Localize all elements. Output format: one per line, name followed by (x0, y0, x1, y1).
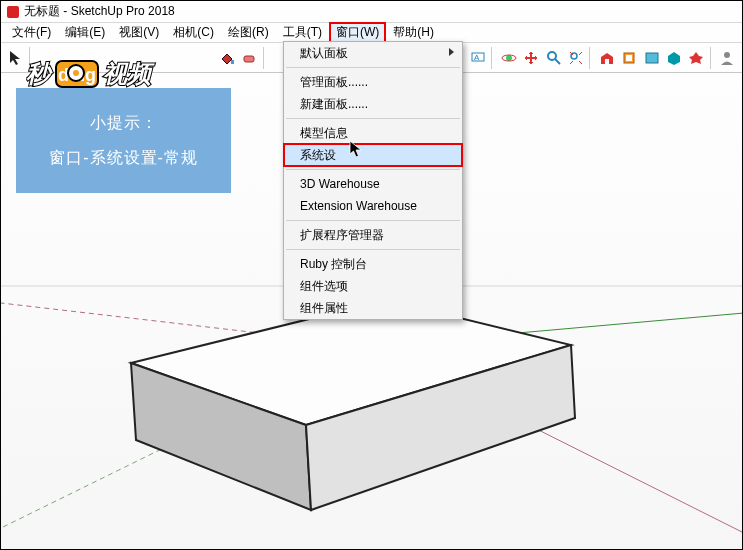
menu-preferences[interactable]: 系统设 (284, 144, 462, 166)
text-tool-icon[interactable]: A (467, 47, 488, 69)
submenu-arrow-icon (449, 48, 454, 56)
window-title: 无标题 - SketchUp Pro 2018 (24, 3, 175, 20)
svg-marker-16 (689, 52, 703, 64)
menu-extension-manager[interactable]: 扩展程序管理器 (284, 224, 462, 246)
extension-manager-icon[interactable] (685, 47, 706, 69)
menu-model-info[interactable]: 模型信息 (284, 122, 462, 144)
menu-separator (286, 249, 460, 250)
menu-item-label: 系统设 (300, 147, 336, 164)
tip-box: 小提示： 窗口-系统设置-常规 (16, 88, 231, 193)
svg-rect-13 (626, 55, 632, 61)
svg-text:秒: 秒 (26, 60, 53, 87)
menu-ruby-console[interactable]: Ruby 控制台 (284, 253, 462, 275)
svg-text:A: A (474, 53, 480, 62)
menu-view[interactable]: 视图(V) (112, 22, 166, 43)
cursor-icon (349, 140, 365, 158)
menu-item-label: Extension Warehouse (300, 199, 417, 213)
svg-point-17 (724, 52, 730, 58)
svg-point-32 (73, 70, 79, 76)
menu-help[interactable]: 帮助(H) (386, 22, 441, 43)
menu-item-label: 组件属性 (300, 300, 348, 317)
menubar: 文件(F) 编辑(E) 视图(V) 相机(C) 绘图(R) 工具(T) 窗口(W… (1, 23, 742, 43)
menu-item-label: 默认面板 (300, 45, 348, 62)
menu-edit[interactable]: 编辑(E) (58, 22, 112, 43)
menu-item-label: 3D Warehouse (300, 177, 380, 191)
tip-title: 小提示： (90, 113, 158, 134)
tip-body: 窗口-系统设置-常规 (49, 148, 198, 169)
sketchup-icon (7, 6, 19, 18)
warehouse-icon[interactable] (596, 47, 617, 69)
menu-item-label: 管理面板...... (300, 74, 368, 91)
select-tool-icon[interactable] (5, 47, 26, 69)
svg-rect-11 (605, 59, 609, 64)
menu-separator (286, 118, 460, 119)
menu-component-attributes[interactable]: 组件属性 (284, 297, 462, 319)
toolbar-separator (491, 47, 495, 69)
svg-rect-14 (646, 53, 658, 63)
eraser-icon[interactable] (238, 47, 259, 69)
menu-window[interactable]: 窗口(W) (329, 22, 386, 43)
svg-text:视频: 视频 (103, 60, 155, 87)
menu-separator (286, 220, 460, 221)
titlebar: 无标题 - SketchUp Pro 2018 (1, 1, 742, 23)
menu-camera[interactable]: 相机(C) (166, 22, 221, 43)
zoom-icon[interactable] (543, 47, 564, 69)
svg-marker-15 (668, 52, 680, 65)
menu-item-label: 模型信息 (300, 125, 348, 142)
menu-separator (286, 169, 460, 170)
svg-point-8 (548, 52, 556, 60)
menu-file[interactable]: 文件(F) (5, 22, 58, 43)
extensions-icon[interactable] (619, 47, 640, 69)
menu-3d-warehouse[interactable]: 3D Warehouse (284, 173, 462, 195)
layout-icon[interactable] (641, 47, 662, 69)
svg-rect-0 (231, 60, 234, 64)
menu-tools[interactable]: 工具(T) (276, 22, 329, 43)
menu-separator (286, 67, 460, 68)
pan-icon[interactable] (521, 47, 542, 69)
menu-item-label: 组件选项 (300, 278, 348, 295)
zoom-extents-icon[interactable] (565, 47, 586, 69)
svg-point-6 (506, 55, 512, 61)
toolbar-separator (589, 47, 593, 69)
menu-manage-trays[interactable]: 管理面板...... (284, 71, 462, 93)
signin-icon[interactable] (717, 47, 738, 69)
watermark-logo: 秒 d ng 视频 (26, 58, 201, 98)
menu-extension-warehouse[interactable]: Extension Warehouse (284, 195, 462, 217)
menu-default-tray[interactable]: 默认面板 (284, 42, 462, 64)
menu-draw[interactable]: 绘图(R) (221, 22, 276, 43)
menu-item-label: Ruby 控制台 (300, 256, 367, 273)
menu-item-label: 新建面板...... (300, 96, 368, 113)
window-menu-dropdown: 默认面板 管理面板...... 新建面板...... 模型信息 系统设 3D W… (283, 41, 463, 320)
paint-bucket-icon[interactable] (216, 47, 237, 69)
menu-component-options[interactable]: 组件选项 (284, 275, 462, 297)
toolbar-separator (263, 47, 267, 69)
svg-line-9 (555, 59, 560, 64)
menu-item-label: 扩展程序管理器 (300, 227, 384, 244)
svg-rect-1 (244, 56, 254, 62)
toolbar-separator (710, 47, 714, 69)
orbit-icon[interactable] (498, 47, 519, 69)
add-location-icon[interactable] (663, 47, 684, 69)
menu-new-tray[interactable]: 新建面板...... (284, 93, 462, 115)
